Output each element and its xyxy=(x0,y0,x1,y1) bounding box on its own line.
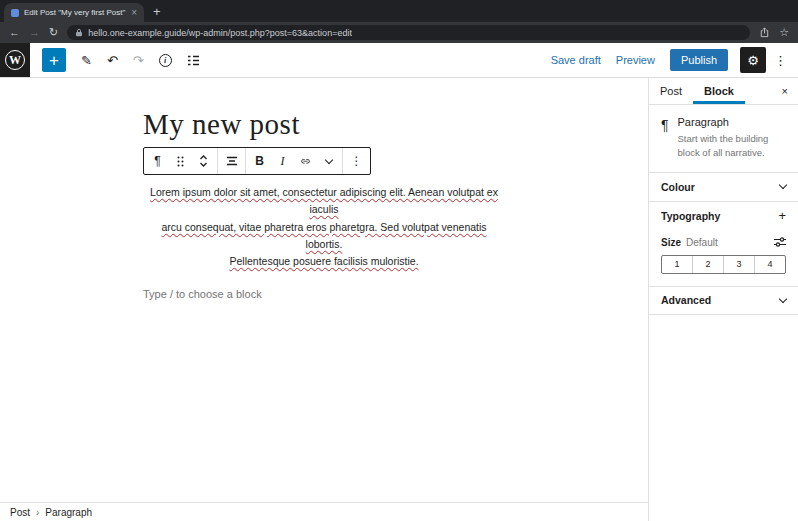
browser-tab-strip: Edit Post "My very first Post" ‹ bl × + xyxy=(0,0,798,22)
panel-advanced[interactable]: Advanced xyxy=(649,286,798,315)
italic-button[interactable]: I xyxy=(271,148,294,174)
editor-canvas-column: My new post ¶ xyxy=(0,78,648,521)
block-inserter-button[interactable]: + xyxy=(42,48,66,72)
new-tab-button[interactable]: + xyxy=(153,5,161,18)
bookmark-star-icon[interactable]: ☆ xyxy=(779,27,789,38)
more-formats-chevron-icon[interactable] xyxy=(317,148,340,174)
size-options-sliders-icon[interactable] xyxy=(774,237,786,247)
paragraph-block[interactable]: Lorem ipsum dolor sit amet, consectetur … xyxy=(143,184,505,271)
browser-tab[interactable]: Edit Post "My very first Post" ‹ bl × xyxy=(4,3,144,22)
align-icon[interactable] xyxy=(220,148,243,174)
font-size-segmented-control: 1 2 3 4 xyxy=(661,255,786,274)
back-icon[interactable]: ← xyxy=(9,27,20,38)
url-text: hello.one-example.guide/wp-admin/post.ph… xyxy=(88,28,352,38)
block-toolbar-group-options: ⋮ xyxy=(342,148,370,174)
size-value: Default xyxy=(686,237,774,248)
block-toolbar-group-align xyxy=(217,148,245,174)
typography-plus-icon[interactable]: + xyxy=(778,209,786,222)
block-card-title: Paragraph xyxy=(678,116,788,128)
block-card-description: Start with the building block of all nar… xyxy=(678,132,788,160)
editor-canvas: My new post ¶ xyxy=(0,78,648,502)
preview-button[interactable]: Preview xyxy=(616,54,655,66)
size-option-2[interactable]: 2 xyxy=(692,256,723,273)
size-option-4[interactable]: 4 xyxy=(754,256,785,273)
breadcrumb-separator: › xyxy=(36,507,39,518)
share-icon[interactable] xyxy=(759,27,770,38)
undo-icon[interactable]: ↶ xyxy=(107,54,118,67)
editor-header: W + ✎ ↶ ↷ i Save draft Preview Publish ⚙… xyxy=(0,43,798,78)
block-appender[interactable]: Type / to choose a block xyxy=(143,288,505,300)
bold-button[interactable]: B xyxy=(248,148,271,174)
post-content-column: My new post ¶ xyxy=(143,108,505,300)
breadcrumb-root[interactable]: Post xyxy=(10,507,30,518)
panel-colour[interactable]: Colour xyxy=(649,172,798,201)
browser-toolbar: ← → ↻ hello.one-example.guide/wp-admin/p… xyxy=(0,22,798,43)
block-toolbar-group-block: ¶ xyxy=(144,148,217,174)
tab-close-icon[interactable]: × xyxy=(131,8,137,18)
forward-icon[interactable]: → xyxy=(29,27,40,38)
editor-main: My new post ¶ xyxy=(0,78,798,521)
block-options-kebab-icon[interactable]: ⋮ xyxy=(345,148,368,174)
wordpress-logo[interactable]: W xyxy=(0,43,30,77)
tab-title: Edit Post "My very first Post" ‹ bl xyxy=(24,8,126,17)
block-card: ¶ Paragraph Start with the building bloc… xyxy=(649,105,798,172)
tools-pencil-icon[interactable]: ✎ xyxy=(81,54,92,67)
lock-icon xyxy=(75,28,83,37)
save-draft-button[interactable]: Save draft xyxy=(551,54,601,66)
sidebar-header: Post Block × xyxy=(649,78,798,105)
block-toolbar-group-format: B I xyxy=(245,148,342,174)
drag-handle-icon[interactable] xyxy=(169,148,192,174)
redo-icon[interactable]: ↷ xyxy=(133,54,144,67)
settings-gear-button[interactable]: ⚙ xyxy=(740,47,766,73)
tab-favicon-icon xyxy=(11,9,19,17)
size-option-3[interactable]: 3 xyxy=(723,256,754,273)
chevron-down-icon xyxy=(779,181,787,189)
size-option-1[interactable]: 1 xyxy=(662,256,692,273)
font-size-row: Size Default xyxy=(649,230,798,248)
tab-post[interactable]: Post xyxy=(649,78,693,104)
paragraph-line: Lorem ipsum dolor sit amet, consectetur … xyxy=(143,184,505,219)
move-up-down-icon[interactable] xyxy=(192,148,215,174)
size-label: Size xyxy=(661,237,681,248)
address-bar[interactable]: hello.one-example.guide/wp-admin/post.ph… xyxy=(67,25,750,40)
settings-sidebar: Post Block × ¶ Paragraph Start with the … xyxy=(648,78,798,521)
paragraph-line: Pellentesque posuere facilisis muloristi… xyxy=(143,253,505,270)
options-kebab-icon[interactable]: ⋮ xyxy=(774,53,787,68)
reload-icon[interactable]: ↻ xyxy=(49,27,58,38)
tab-block[interactable]: Block xyxy=(693,78,745,104)
paragraph-icon: ¶ xyxy=(661,117,669,160)
chevron-down-icon xyxy=(779,294,787,302)
screen: Edit Post "My very first Post" ‹ bl × + … xyxy=(0,0,798,521)
paragraph-block-icon[interactable]: ¶ xyxy=(146,148,169,174)
details-info-icon[interactable]: i xyxy=(159,54,172,67)
link-icon[interactable] xyxy=(294,148,317,174)
block-breadcrumb-bar: Post › Paragraph xyxy=(0,502,648,521)
list-view-icon[interactable] xyxy=(187,55,200,66)
publish-button[interactable]: Publish xyxy=(670,49,728,71)
post-title-field[interactable]: My new post xyxy=(143,108,505,141)
close-sidebar-icon[interactable]: × xyxy=(772,85,798,97)
paragraph-line: arcu consequat, vitae pharetra eros phar… xyxy=(143,219,505,254)
wordpress-w-icon: W xyxy=(5,50,25,70)
block-toolbar: ¶ xyxy=(143,147,371,175)
breadcrumb-current[interactable]: Paragraph xyxy=(45,507,92,518)
panel-typography[interactable]: Typography + xyxy=(649,201,798,230)
